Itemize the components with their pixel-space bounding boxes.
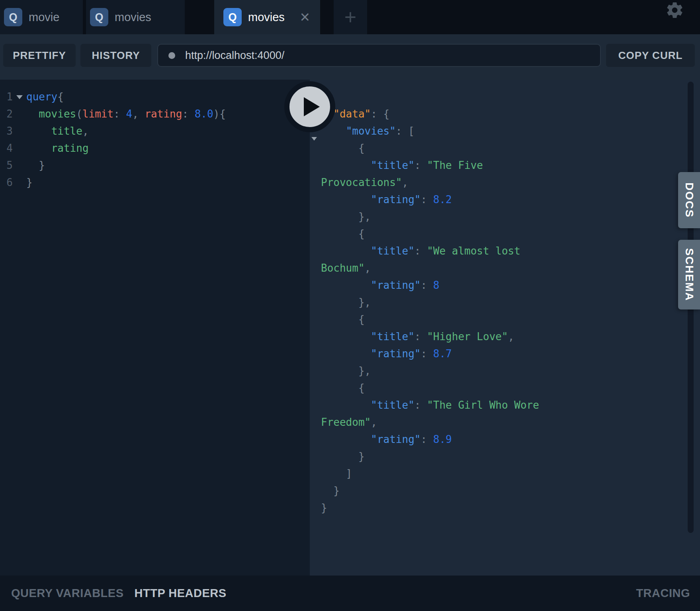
code-token: , bbox=[132, 106, 139, 123]
line-number: 1 bbox=[6, 88, 13, 106]
code-token: { bbox=[321, 311, 365, 328]
session-tabs: QmovieQmoviesQmovies×+ bbox=[0, 0, 367, 34]
code-token: "title" bbox=[371, 243, 415, 260]
code-token: 8.9 bbox=[433, 431, 452, 448]
execute-query-button[interactable] bbox=[284, 81, 335, 132]
code-token: } bbox=[321, 482, 340, 499]
tab-label: movies bbox=[248, 11, 285, 24]
code-token bbox=[26, 123, 51, 140]
code-token: ] bbox=[321, 465, 352, 482]
code-token: , bbox=[82, 123, 89, 140]
code-token: 8.7 bbox=[433, 345, 452, 362]
http-headers-tab[interactable]: HTTP HEADERS bbox=[135, 587, 227, 600]
code-token: 8.0 bbox=[195, 106, 213, 123]
code-token: "movies" bbox=[346, 123, 396, 140]
fold-arrow-icon[interactable] bbox=[16, 95, 23, 99]
query-badge: Q bbox=[4, 8, 22, 26]
response-line: }, bbox=[310, 294, 700, 311]
code-token bbox=[427, 277, 433, 294]
code-token bbox=[321, 191, 371, 208]
history-button[interactable]: HISTORY bbox=[80, 44, 151, 67]
response-line: ] bbox=[310, 465, 700, 482]
code-token: [ bbox=[408, 123, 415, 140]
code-token bbox=[427, 191, 433, 208]
session-tab-movies-active[interactable]: Qmovies× bbox=[214, 0, 320, 34]
code-token: title bbox=[51, 123, 82, 140]
editor-line[interactable]: 4 rating bbox=[0, 140, 310, 157]
code-token: : bbox=[415, 397, 421, 414]
code-token bbox=[377, 106, 383, 123]
code-token: }, bbox=[321, 362, 371, 380]
editor-line[interactable]: 3 title, bbox=[0, 123, 310, 140]
docs-tab[interactable]: DOCS bbox=[678, 172, 700, 228]
code-token: : bbox=[420, 431, 427, 448]
code-token: } bbox=[26, 157, 45, 174]
code-token: 4 bbox=[126, 106, 132, 123]
response-line: "movies": [ bbox=[310, 123, 700, 140]
code-token bbox=[188, 106, 195, 123]
code-token: : bbox=[420, 277, 427, 294]
schema-tab[interactable]: SCHEMA bbox=[678, 240, 700, 309]
bottom-bar: QUERY VARIABLES HTTP HEADERS TRACING bbox=[0, 576, 700, 611]
code-token: "data" bbox=[333, 106, 371, 123]
code-token bbox=[321, 328, 371, 345]
code-token bbox=[321, 397, 371, 414]
code-token: Bochum" bbox=[321, 260, 365, 277]
new-tab-button[interactable]: + bbox=[334, 0, 367, 34]
code-token: }, bbox=[321, 208, 371, 225]
code-token: : bbox=[420, 345, 427, 362]
code-token: , bbox=[402, 174, 409, 191]
response-line: } bbox=[310, 499, 700, 517]
response-line: { bbox=[310, 225, 700, 243]
code-token: } bbox=[321, 448, 365, 465]
toolbar: PRETTIFY HISTORY http://localhost:4000/ … bbox=[0, 34, 700, 80]
close-tab-icon[interactable]: × bbox=[298, 9, 311, 25]
session-tab-movies[interactable]: Qmovies bbox=[86, 0, 185, 34]
code-token bbox=[402, 123, 409, 140]
prettify-button[interactable]: PRETTIFY bbox=[3, 44, 76, 67]
fold-gutter bbox=[13, 157, 26, 174]
code-token bbox=[420, 243, 427, 260]
line-number: 3 bbox=[6, 123, 13, 140]
endpoint-url: http://localhost:4000/ bbox=[185, 49, 284, 62]
query-badge: Q bbox=[223, 8, 242, 26]
code-token bbox=[321, 431, 371, 448]
editor-line[interactable]: 1query{ bbox=[0, 88, 310, 106]
query-editor[interactable]: 1query{2 movies(limit: 4, rating: 8.0){3… bbox=[0, 80, 310, 576]
response-line: { bbox=[310, 380, 700, 397]
settings-button[interactable] bbox=[665, 1, 684, 20]
editor-line[interactable]: 2 movies(limit: 4, rating: 8.0){ bbox=[0, 106, 310, 123]
session-tab-movie[interactable]: Qmovie bbox=[0, 0, 83, 34]
code-token: , bbox=[365, 260, 371, 277]
code-token: { bbox=[321, 140, 365, 157]
code-token: } bbox=[321, 499, 327, 517]
code-token: }, bbox=[321, 294, 371, 311]
query-variables-tab[interactable]: QUERY VARIABLES bbox=[11, 587, 124, 600]
code-token: : bbox=[415, 243, 421, 260]
code-token: 8.2 bbox=[433, 191, 452, 208]
editor-line[interactable]: 5 } bbox=[0, 157, 310, 174]
code-token bbox=[321, 157, 371, 174]
code-token: "Higher Love" bbox=[427, 328, 508, 345]
fold-gutter bbox=[13, 174, 26, 191]
code-token bbox=[420, 157, 427, 174]
response-line: "rating": 8.7 bbox=[310, 345, 700, 362]
code-token bbox=[427, 345, 433, 362]
code-token: "rating" bbox=[371, 277, 420, 294]
code-token: : bbox=[113, 106, 120, 123]
code-token: : bbox=[371, 106, 377, 123]
line-number: 6 bbox=[6, 174, 13, 191]
code-token: rating bbox=[145, 106, 182, 123]
fold-gutter bbox=[13, 106, 26, 123]
fold-gutter bbox=[13, 88, 26, 106]
response-line: } bbox=[310, 482, 700, 499]
response-line: "data": { bbox=[310, 106, 700, 123]
editor-line[interactable]: 6} bbox=[0, 174, 310, 191]
tab-label: movie bbox=[29, 11, 59, 24]
endpoint-input[interactable]: http://localhost:4000/ bbox=[157, 44, 601, 67]
fold-gutter bbox=[13, 140, 26, 157]
code-token: : bbox=[415, 328, 421, 345]
tracing-tab[interactable]: TRACING bbox=[636, 587, 690, 600]
code-token: , bbox=[508, 328, 514, 345]
copy-curl-button[interactable]: COPY CURL bbox=[606, 44, 695, 67]
